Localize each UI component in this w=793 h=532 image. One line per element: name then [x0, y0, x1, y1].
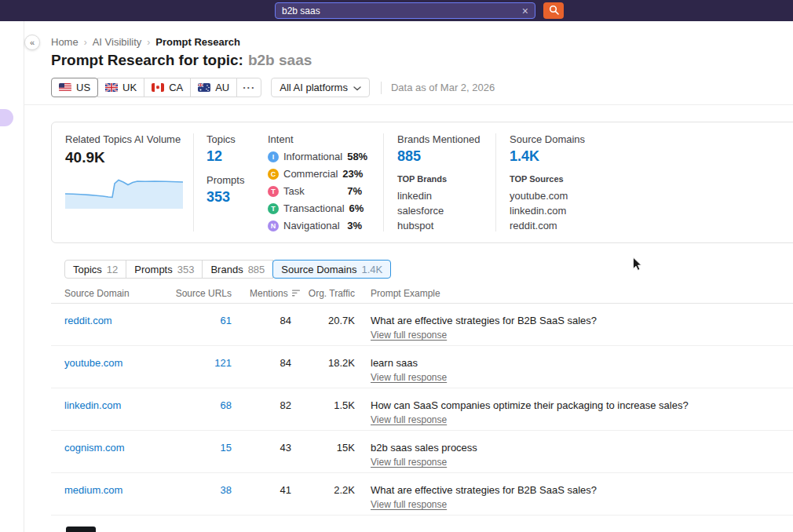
org-traffic-value: 18.2K [302, 357, 355, 369]
view-full-response-link[interactable]: View full response [371, 499, 447, 510]
breadcrumb-home[interactable]: Home [51, 36, 79, 48]
sidebar-collapse-button[interactable]: « [24, 35, 40, 50]
overview-panel: Related Topics AI Volume 40.9K Topics 12… [51, 122, 793, 243]
source-urls-value[interactable]: 121 [169, 357, 232, 369]
data-as-of-label: Data as of Mar 2, 2026 [391, 82, 495, 93]
prompts-value[interactable]: 353 [206, 189, 244, 206]
source-urls-value[interactable]: 38 [169, 484, 232, 496]
breadcrumb: Home › AI Visibility › Prompt Research [51, 36, 240, 48]
ai-volume-value: 40.9K [65, 149, 183, 166]
header-divider [24, 104, 793, 105]
topbar-search-box[interactable]: × [275, 2, 535, 19]
tab-topics[interactable]: Topics 12 [64, 260, 126, 279]
left-edge-tab[interactable] [0, 109, 13, 126]
country-tab-ca[interactable]: CA [144, 78, 191, 97]
source-urls-value[interactable]: 68 [169, 399, 232, 411]
source-urls-value[interactable]: 61 [169, 315, 232, 326]
mentions-value: 43 [247, 442, 291, 454]
tab-count: 353 [177, 264, 195, 275]
top-source-item: youtube.com [510, 188, 585, 203]
tab-brands[interactable]: Brands 885 [202, 260, 273, 279]
country-tab-uk[interactable]: UK [97, 78, 144, 97]
table-row: medium.com 38 41 2.2K What are effective… [51, 473, 793, 516]
search-button[interactable] [543, 2, 564, 19]
brands-mentioned-label: Brands Mentioned [397, 133, 481, 145]
prompt-example-text: b2b saas sales process [371, 442, 477, 454]
col-source-domain: Source Domain [64, 288, 130, 299]
view-full-response-link[interactable]: View full response [371, 330, 447, 341]
view-full-response-link[interactable]: View full response [371, 414, 447, 425]
search-input[interactable] [282, 5, 517, 16]
view-full-response-link[interactable]: View full response [371, 372, 447, 383]
source-domains-label: Source Domains [510, 133, 585, 145]
country-code-label: CA [169, 82, 183, 93]
page-title: Prompt Research for topic:b2b saas [51, 52, 312, 69]
mentions-value: 41 [247, 484, 291, 496]
intent-name: Commercial [283, 168, 338, 180]
intent-row-navigational: N Navigational 3% [268, 220, 362, 231]
tab-count: 885 [248, 264, 265, 275]
intent-percent: 6% [349, 202, 364, 214]
tab-prompts[interactable]: Prompts 353 [126, 260, 203, 279]
country-tab-us[interactable]: US [51, 78, 98, 97]
us-flag-icon [59, 83, 71, 92]
table-row: reddit.com 61 84 20.7K What are effectiv… [51, 304, 793, 346]
intent-block: Intent I Informational 58% C Commercial … [268, 133, 362, 231]
org-traffic-value: 2.2K [302, 484, 355, 496]
table-row: cognism.com 15 43 15K b2b saas sales pro… [51, 431, 793, 473]
prompt-example-text: learn saas [371, 357, 418, 369]
brands-mentioned-value[interactable]: 885 [397, 148, 481, 165]
org-traffic-value: 1.5K [302, 399, 355, 411]
top-source-item: linkedin.com [510, 203, 585, 218]
card-divider [383, 133, 384, 231]
col-prompt-example: Prompt Example [371, 288, 440, 299]
card-divider [193, 133, 194, 231]
intent-label: Intent [268, 133, 362, 145]
transactional-intent-icon: T [268, 203, 279, 214]
intent-percent: 58% [347, 151, 367, 162]
filters-separator [381, 82, 382, 94]
country-code-label: UK [122, 82, 137, 93]
topics-value[interactable]: 12 [206, 148, 244, 165]
top-brands-label: TOP Brands [397, 174, 481, 184]
source-urls-value[interactable]: 15 [169, 442, 232, 454]
card-divider [495, 133, 496, 231]
intent-name: Task [283, 185, 305, 197]
source-domain-link[interactable]: linkedin.com [64, 399, 121, 411]
more-countries-button[interactable]: ··· [236, 78, 261, 97]
mentions-value: 82 [247, 399, 291, 411]
tab-source-domains[interactable]: Source Domains 1.4K [272, 260, 391, 279]
breadcrumb-ai-visibility[interactable]: AI Visibility [93, 36, 142, 48]
page-title-topic: b2b saas [248, 52, 312, 68]
top-brand-item: salesforce [397, 203, 481, 218]
sidebar-divider [24, 21, 24, 532]
sources-block: Source Domains 1.4K TOP Sources youtube.… [510, 133, 585, 233]
ai-platforms-dropdown[interactable]: All AI platforms [271, 78, 370, 97]
mentions-value: 84 [247, 357, 291, 369]
intent-row-task: T Task 7% [268, 185, 362, 197]
source-domain-link[interactable]: cognism.com [64, 442, 125, 454]
tab-count: 12 [107, 264, 118, 275]
informational-intent-icon: I [268, 151, 279, 162]
country-tab-au[interactable]: AU [190, 78, 237, 97]
col-mentions[interactable]: Mentions [250, 288, 301, 299]
source-domain-link[interactable]: reddit.com [64, 315, 112, 326]
org-traffic-value: 20.7K [302, 315, 355, 326]
ai-platforms-label: All AI platforms [280, 82, 348, 93]
sort-icon[interactable] [292, 288, 301, 299]
view-full-response-link[interactable]: View full response [371, 457, 447, 468]
prompt-example-text: How can SaaS companies optimize their pa… [371, 399, 689, 411]
source-domain-link[interactable]: medium.com [64, 484, 122, 496]
source-domain-link[interactable]: youtube.com [64, 357, 122, 369]
source-domains-table: Source Domain Source URLs Mentions Org. … [51, 284, 793, 516]
source-domains-value[interactable]: 1.4K [510, 148, 585, 165]
navigational-intent-icon: N [268, 220, 279, 231]
clear-search-icon[interactable]: × [522, 5, 528, 16]
mouse-cursor [632, 257, 642, 275]
intent-name: Informational [283, 151, 342, 162]
intent-row-commercial: C Commercial 23% [268, 168, 362, 180]
org-traffic-value: 15K [302, 442, 355, 454]
brands-block: Brands Mentioned 885 TOP Brands linkedin… [397, 133, 481, 233]
intent-percent: 7% [347, 185, 362, 197]
col-source-urls: Source URLs [169, 288, 232, 299]
